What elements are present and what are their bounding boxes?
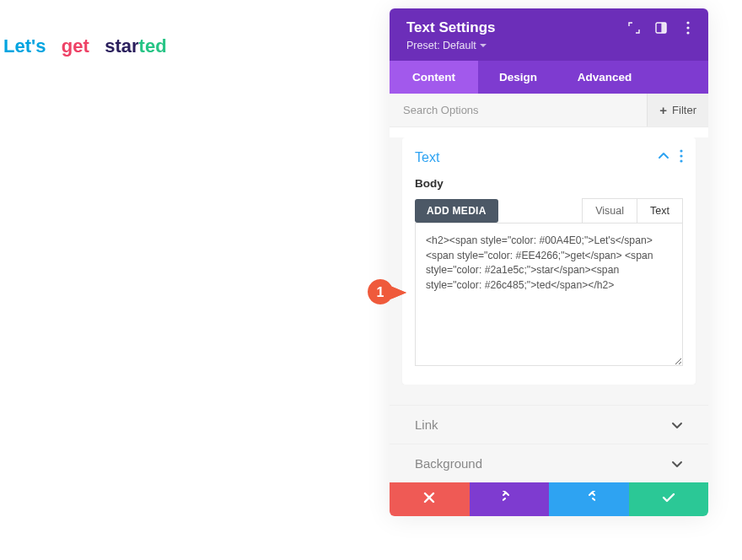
main-tabs: Content Design Advanced [390, 61, 708, 94]
filter-button[interactable]: + Filter [647, 94, 708, 127]
action-bar [390, 482, 708, 516]
svg-rect-1 [661, 23, 666, 33]
text-section-title: Text [415, 150, 439, 165]
chevron-down-icon [671, 419, 683, 431]
section-menu-icon[interactable] [680, 149, 683, 165]
preview-word-1: Let's [3, 35, 46, 57]
redo-icon [582, 491, 595, 508]
section-link-label: Link [415, 417, 438, 432]
sidebar-toggle-icon[interactable] [654, 21, 668, 35]
undo-button[interactable] [470, 482, 550, 516]
svg-point-6 [680, 154, 682, 157]
tab-design[interactable]: Design [478, 61, 558, 94]
add-media-button[interactable]: ADD MEDIA [415, 199, 498, 223]
expand-icon[interactable] [627, 21, 641, 35]
svg-point-8 [368, 280, 392, 304]
check-icon [662, 491, 675, 508]
preview-heading: Let's get started [3, 35, 167, 57]
collapse-toggle[interactable] [658, 150, 669, 165]
save-button[interactable] [629, 482, 709, 516]
body-label: Body [415, 177, 683, 190]
svg-point-5 [680, 149, 682, 152]
preset-label: Preset: Default [406, 40, 476, 51]
filter-label: Filter [672, 104, 696, 116]
undo-icon [503, 491, 516, 508]
editor-mode-tabs: Visual Text [582, 198, 683, 223]
tab-content[interactable]: Content [390, 61, 478, 94]
svg-point-4 [686, 31, 689, 34]
text-settings-panel: Text Settings Preset: Default Content De… [390, 8, 708, 516]
svg-point-3 [686, 26, 689, 29]
preview-word-4: ted [139, 35, 167, 57]
more-menu-icon[interactable] [681, 21, 695, 35]
tab-advanced[interactable]: Advanced [558, 61, 651, 94]
search-row: + Filter [390, 94, 708, 127]
redo-button[interactable] [549, 482, 629, 516]
panel-header: Text Settings Preset: Default [390, 8, 708, 61]
svg-point-7 [680, 159, 682, 162]
svg-point-2 [686, 21, 689, 24]
search-input[interactable] [390, 94, 647, 127]
section-background-label: Background [415, 456, 482, 471]
preset-selector[interactable]: Preset: Default [406, 40, 695, 51]
caret-down-icon [480, 44, 487, 47]
section-background[interactable]: Background [390, 444, 708, 482]
preview-word-3: star [105, 35, 138, 57]
callout-number: 1 [377, 285, 384, 299]
chevron-down-icon [671, 458, 683, 470]
text-section-card: Text Body ADD MEDIA Visual Text [402, 137, 696, 385]
close-button[interactable] [390, 482, 470, 516]
close-icon [423, 492, 435, 507]
preview-word-2: get [62, 35, 89, 57]
html-code-textarea[interactable] [415, 223, 683, 366]
editor-tab-visual[interactable]: Visual [583, 199, 637, 223]
section-link[interactable]: Link [390, 405, 708, 444]
panel-title: Text Settings [406, 19, 495, 36]
editor-tab-text[interactable]: Text [637, 199, 682, 223]
plus-icon: + [659, 104, 667, 116]
